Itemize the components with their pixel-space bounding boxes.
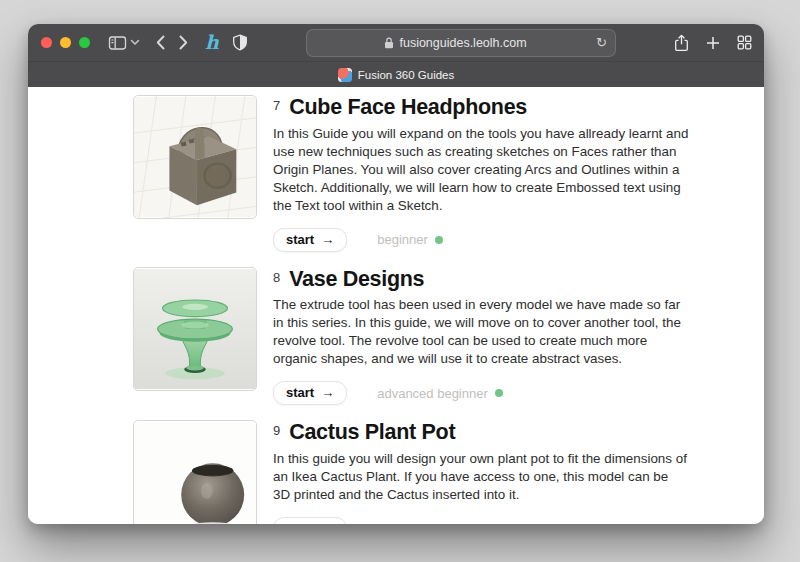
address-bar[interactable]: fusionguides.leolh.com ↻ <box>306 29 616 57</box>
reload-button[interactable]: ↻ <box>596 36 607 49</box>
level-dot-icon <box>495 389 503 397</box>
sidebar-menu-button[interactable] <box>130 39 140 46</box>
level-label: beginner <box>377 232 428 247</box>
new-tab-button[interactable] <box>706 36 720 50</box>
extension-controls: h <box>204 32 248 54</box>
chevron-down-icon <box>130 39 140 46</box>
nav-controls <box>156 35 188 50</box>
browser-window: h fusionguides.leolh.com <box>28 24 764 524</box>
minimize-window-button[interactable] <box>60 37 71 48</box>
guide-thumbnail[interactable] <box>133 95 257 219</box>
tab-title: Fusion 360 Guides <box>358 69 455 81</box>
start-label: start <box>286 232 314 247</box>
chevron-left-icon <box>156 35 165 50</box>
guide-description: The extrude tool has been used in every … <box>273 296 689 368</box>
cube-headphones-image <box>134 96 256 218</box>
window-controls <box>41 37 90 48</box>
zoom-window-button[interactable] <box>79 37 90 48</box>
guide-body: 8 Vase Designs The extrude tool has been… <box>273 267 689 406</box>
guide-number: 8 <box>273 270 280 285</box>
guide-card: 8 Vase Designs The extrude tool has been… <box>133 267 764 406</box>
plus-icon <box>706 36 720 50</box>
arrow-right-icon: → <box>321 385 334 400</box>
back-button[interactable] <box>156 35 165 50</box>
cactus-pot-image <box>134 421 256 524</box>
level-badge: beginner <box>377 232 443 247</box>
share-icon <box>674 34 689 52</box>
page-content: 7 Cube Face Headphones In this Guide you… <box>28 87 764 524</box>
guide-thumbnail[interactable] <box>133 267 257 391</box>
level-badge: advanced beginner <box>377 521 503 524</box>
url-text: fusionguides.leolh.com <box>399 36 526 50</box>
shield-extension-button[interactable] <box>232 34 248 51</box>
guide-title: Cube Face Headphones <box>289 96 527 120</box>
guide-actions: start → advanced beginner <box>273 517 689 524</box>
guide-card: 9 Cactus Plant Pot In this guide you wil… <box>133 420 764 524</box>
active-tab[interactable]: Fusion 360 Guides <box>338 68 455 82</box>
tab-bar: Fusion 360 Guides <box>28 61 764 87</box>
close-window-button[interactable] <box>41 37 52 48</box>
arrow-right-icon: → <box>321 232 334 247</box>
sidebar-controls <box>108 35 140 51</box>
chevron-right-icon <box>179 35 188 50</box>
arrow-right-icon: → <box>321 521 334 524</box>
start-button[interactable]: start → <box>273 381 347 405</box>
guide-actions: start → advanced beginner <box>273 381 689 405</box>
svg-text:h: h <box>205 32 220 53</box>
vase-design-image <box>134 268 256 390</box>
guide-body: 9 Cactus Plant Pot In this guide you wil… <box>273 420 689 524</box>
cursive-h-icon: h <box>204 32 220 54</box>
start-label: start <box>286 521 314 524</box>
address-bar-center: fusionguides.leolh.com <box>315 36 596 50</box>
start-label: start <box>286 385 314 400</box>
level-dot-icon <box>435 236 443 244</box>
forward-button[interactable] <box>179 35 188 50</box>
guide-card: 7 Cube Face Headphones In this Guide you… <box>133 95 764 252</box>
guide-description: In this Guide you will expand on the too… <box>273 125 689 215</box>
tab-overview-button[interactable] <box>737 35 752 50</box>
shield-icon <box>232 34 248 51</box>
start-button[interactable]: start → <box>273 228 347 252</box>
site-favicon <box>338 68 352 82</box>
sidebar-toggle-button[interactable] <box>108 35 127 51</box>
tab-grid-icon <box>737 35 752 50</box>
guide-description: In this guide you will design your own p… <box>273 450 689 504</box>
toolbar-right-controls <box>674 34 752 52</box>
guide-title: Vase Designs <box>289 268 424 292</box>
share-button[interactable] <box>674 34 689 52</box>
guide-actions: start → beginner <box>273 228 689 252</box>
level-label: advanced beginner <box>377 386 488 401</box>
level-label: advanced beginner <box>377 521 488 524</box>
guide-number: 7 <box>273 98 280 113</box>
lock-icon <box>384 37 394 49</box>
h-extension-button[interactable]: h <box>204 32 220 54</box>
guide-body: 7 Cube Face Headphones In this Guide you… <box>273 95 689 252</box>
guide-number: 9 <box>273 423 280 438</box>
guide-thumbnail[interactable] <box>133 420 257 524</box>
sidebar-icon <box>108 35 127 51</box>
browser-chrome: h fusionguides.leolh.com <box>28 24 764 87</box>
guide-title: Cactus Plant Pot <box>289 421 455 445</box>
start-button[interactable]: start → <box>273 517 347 524</box>
level-badge: advanced beginner <box>377 386 503 401</box>
browser-toolbar: h fusionguides.leolh.com <box>28 24 764 61</box>
